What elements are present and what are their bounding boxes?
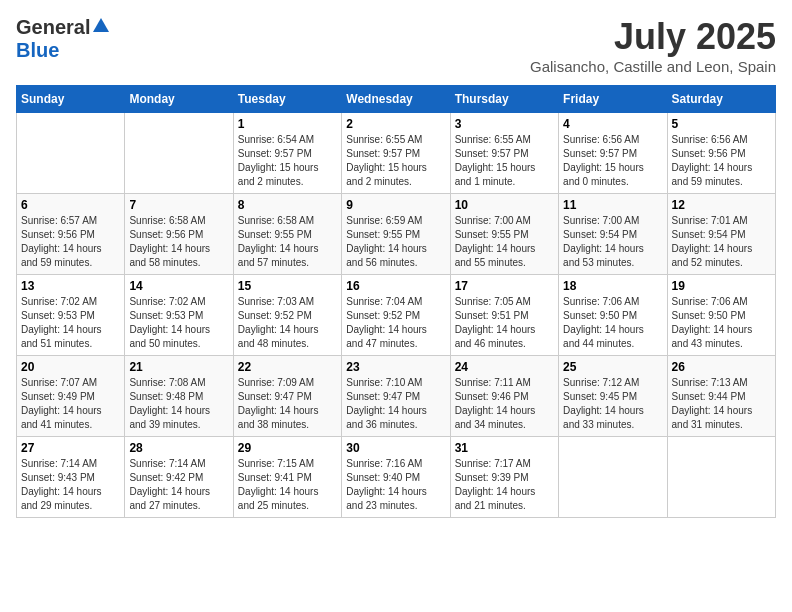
calendar-cell: 30Sunrise: 7:16 AM Sunset: 9:40 PM Dayli…	[342, 437, 450, 518]
day-number: 24	[455, 360, 554, 374]
calendar-cell: 31Sunrise: 7:17 AM Sunset: 9:39 PM Dayli…	[450, 437, 558, 518]
day-info: Sunrise: 7:05 AM Sunset: 9:51 PM Dayligh…	[455, 295, 554, 351]
day-number: 16	[346, 279, 445, 293]
calendar-body: 1Sunrise: 6:54 AM Sunset: 9:57 PM Daylig…	[17, 113, 776, 518]
page-header: General Blue July 2025 Galisancho, Casti…	[16, 16, 776, 75]
day-info: Sunrise: 7:16 AM Sunset: 9:40 PM Dayligh…	[346, 457, 445, 513]
day-info: Sunrise: 6:57 AM Sunset: 9:56 PM Dayligh…	[21, 214, 120, 270]
day-info: Sunrise: 7:14 AM Sunset: 9:42 PM Dayligh…	[129, 457, 228, 513]
day-info: Sunrise: 7:08 AM Sunset: 9:48 PM Dayligh…	[129, 376, 228, 432]
day-info: Sunrise: 7:10 AM Sunset: 9:47 PM Dayligh…	[346, 376, 445, 432]
logo-triangle-icon	[93, 18, 109, 36]
day-info: Sunrise: 7:04 AM Sunset: 9:52 PM Dayligh…	[346, 295, 445, 351]
calendar-week-row: 1Sunrise: 6:54 AM Sunset: 9:57 PM Daylig…	[17, 113, 776, 194]
day-number: 8	[238, 198, 337, 212]
calendar-cell: 25Sunrise: 7:12 AM Sunset: 9:45 PM Dayli…	[559, 356, 667, 437]
day-number: 13	[21, 279, 120, 293]
day-number: 25	[563, 360, 662, 374]
day-info: Sunrise: 6:55 AM Sunset: 9:57 PM Dayligh…	[346, 133, 445, 189]
day-info: Sunrise: 6:58 AM Sunset: 9:56 PM Dayligh…	[129, 214, 228, 270]
day-info: Sunrise: 7:13 AM Sunset: 9:44 PM Dayligh…	[672, 376, 771, 432]
day-info: Sunrise: 7:00 AM Sunset: 9:54 PM Dayligh…	[563, 214, 662, 270]
calendar-cell: 18Sunrise: 7:06 AM Sunset: 9:50 PM Dayli…	[559, 275, 667, 356]
day-number: 15	[238, 279, 337, 293]
calendar-cell: 21Sunrise: 7:08 AM Sunset: 9:48 PM Dayli…	[125, 356, 233, 437]
calendar-day-header: Sunday	[17, 86, 125, 113]
day-number: 21	[129, 360, 228, 374]
calendar-cell: 26Sunrise: 7:13 AM Sunset: 9:44 PM Dayli…	[667, 356, 775, 437]
day-number: 2	[346, 117, 445, 131]
day-info: Sunrise: 7:03 AM Sunset: 9:52 PM Dayligh…	[238, 295, 337, 351]
day-info: Sunrise: 7:09 AM Sunset: 9:47 PM Dayligh…	[238, 376, 337, 432]
day-info: Sunrise: 7:01 AM Sunset: 9:54 PM Dayligh…	[672, 214, 771, 270]
day-info: Sunrise: 7:17 AM Sunset: 9:39 PM Dayligh…	[455, 457, 554, 513]
calendar-week-row: 27Sunrise: 7:14 AM Sunset: 9:43 PM Dayli…	[17, 437, 776, 518]
day-number: 30	[346, 441, 445, 455]
calendar-cell: 3Sunrise: 6:55 AM Sunset: 9:57 PM Daylig…	[450, 113, 558, 194]
calendar-header-row: SundayMondayTuesdayWednesdayThursdayFrid…	[17, 86, 776, 113]
day-number: 22	[238, 360, 337, 374]
day-number: 29	[238, 441, 337, 455]
calendar-cell	[125, 113, 233, 194]
calendar-cell: 2Sunrise: 6:55 AM Sunset: 9:57 PM Daylig…	[342, 113, 450, 194]
day-number: 3	[455, 117, 554, 131]
day-info: Sunrise: 6:58 AM Sunset: 9:55 PM Dayligh…	[238, 214, 337, 270]
calendar-week-row: 13Sunrise: 7:02 AM Sunset: 9:53 PM Dayli…	[17, 275, 776, 356]
svg-marker-0	[93, 18, 109, 32]
day-number: 17	[455, 279, 554, 293]
calendar-cell: 7Sunrise: 6:58 AM Sunset: 9:56 PM Daylig…	[125, 194, 233, 275]
day-number: 26	[672, 360, 771, 374]
day-number: 11	[563, 198, 662, 212]
day-number: 12	[672, 198, 771, 212]
calendar-cell: 15Sunrise: 7:03 AM Sunset: 9:52 PM Dayli…	[233, 275, 341, 356]
day-info: Sunrise: 6:56 AM Sunset: 9:56 PM Dayligh…	[672, 133, 771, 189]
calendar-cell: 22Sunrise: 7:09 AM Sunset: 9:47 PM Dayli…	[233, 356, 341, 437]
logo-blue: Blue	[16, 39, 59, 61]
day-number: 6	[21, 198, 120, 212]
logo: General Blue	[16, 16, 109, 62]
calendar-cell: 4Sunrise: 6:56 AM Sunset: 9:57 PM Daylig…	[559, 113, 667, 194]
day-info: Sunrise: 7:11 AM Sunset: 9:46 PM Dayligh…	[455, 376, 554, 432]
calendar-cell: 28Sunrise: 7:14 AM Sunset: 9:42 PM Dayli…	[125, 437, 233, 518]
month-title: July 2025	[530, 16, 776, 58]
day-info: Sunrise: 7:00 AM Sunset: 9:55 PM Dayligh…	[455, 214, 554, 270]
day-number: 7	[129, 198, 228, 212]
calendar-cell: 16Sunrise: 7:04 AM Sunset: 9:52 PM Dayli…	[342, 275, 450, 356]
calendar-cell: 8Sunrise: 6:58 AM Sunset: 9:55 PM Daylig…	[233, 194, 341, 275]
location: Galisancho, Castille and Leon, Spain	[530, 58, 776, 75]
title-area: July 2025 Galisancho, Castille and Leon,…	[530, 16, 776, 75]
day-info: Sunrise: 6:54 AM Sunset: 9:57 PM Dayligh…	[238, 133, 337, 189]
day-info: Sunrise: 6:59 AM Sunset: 9:55 PM Dayligh…	[346, 214, 445, 270]
day-number: 31	[455, 441, 554, 455]
calendar-cell: 13Sunrise: 7:02 AM Sunset: 9:53 PM Dayli…	[17, 275, 125, 356]
day-number: 4	[563, 117, 662, 131]
calendar-cell: 9Sunrise: 6:59 AM Sunset: 9:55 PM Daylig…	[342, 194, 450, 275]
day-number: 9	[346, 198, 445, 212]
calendar-cell: 6Sunrise: 6:57 AM Sunset: 9:56 PM Daylig…	[17, 194, 125, 275]
calendar-table: SundayMondayTuesdayWednesdayThursdayFrid…	[16, 85, 776, 518]
day-info: Sunrise: 7:06 AM Sunset: 9:50 PM Dayligh…	[672, 295, 771, 351]
day-number: 5	[672, 117, 771, 131]
calendar-day-header: Thursday	[450, 86, 558, 113]
day-info: Sunrise: 6:55 AM Sunset: 9:57 PM Dayligh…	[455, 133, 554, 189]
calendar-cell: 5Sunrise: 6:56 AM Sunset: 9:56 PM Daylig…	[667, 113, 775, 194]
day-info: Sunrise: 6:56 AM Sunset: 9:57 PM Dayligh…	[563, 133, 662, 189]
day-number: 20	[21, 360, 120, 374]
calendar-day-header: Wednesday	[342, 86, 450, 113]
calendar-cell: 29Sunrise: 7:15 AM Sunset: 9:41 PM Dayli…	[233, 437, 341, 518]
calendar-cell: 19Sunrise: 7:06 AM Sunset: 9:50 PM Dayli…	[667, 275, 775, 356]
day-number: 28	[129, 441, 228, 455]
calendar-day-header: Monday	[125, 86, 233, 113]
day-number: 27	[21, 441, 120, 455]
calendar-cell	[559, 437, 667, 518]
calendar-cell: 12Sunrise: 7:01 AM Sunset: 9:54 PM Dayli…	[667, 194, 775, 275]
calendar-week-row: 20Sunrise: 7:07 AM Sunset: 9:49 PM Dayli…	[17, 356, 776, 437]
day-number: 14	[129, 279, 228, 293]
calendar-day-header: Friday	[559, 86, 667, 113]
day-number: 19	[672, 279, 771, 293]
calendar-cell: 10Sunrise: 7:00 AM Sunset: 9:55 PM Dayli…	[450, 194, 558, 275]
calendar-day-header: Tuesday	[233, 86, 341, 113]
day-info: Sunrise: 7:06 AM Sunset: 9:50 PM Dayligh…	[563, 295, 662, 351]
day-number: 18	[563, 279, 662, 293]
calendar-day-header: Saturday	[667, 86, 775, 113]
